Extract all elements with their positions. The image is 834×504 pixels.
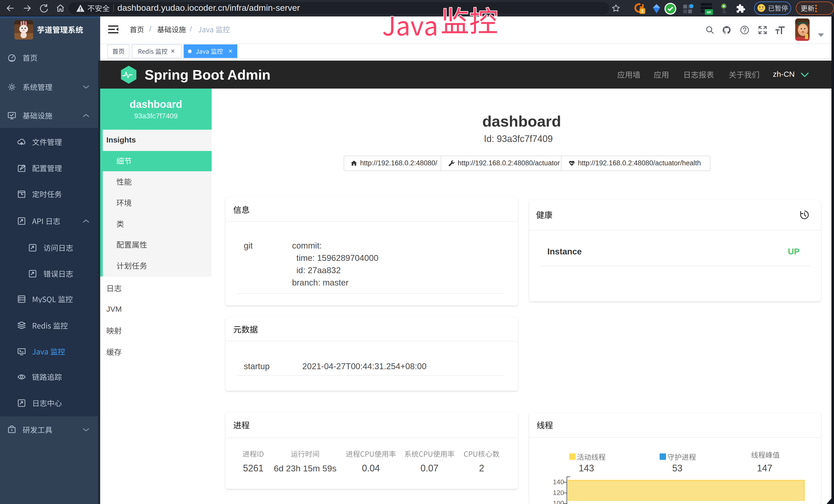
svg-text:1: 1 (641, 9, 644, 13)
svg-text:on: on (707, 10, 711, 14)
